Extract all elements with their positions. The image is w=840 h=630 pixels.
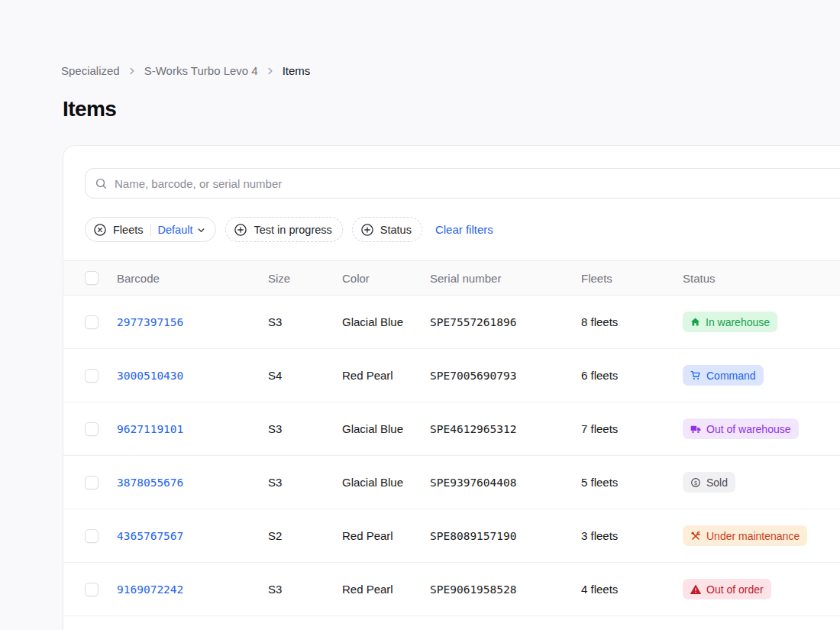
column-header-color: Color — [342, 272, 430, 285]
breadcrumb: Specialized S-Works Turbo Levo 4 Items — [61, 64, 840, 78]
table-row: 3878055676 S3 Glacial Blue SPE9397604408… — [63, 456, 840, 509]
status-badge: Out of order — [683, 579, 771, 599]
status-badge: Command — [683, 365, 764, 386]
search-icon — [95, 177, 108, 190]
color-cell: Red Pearl — [342, 583, 430, 596]
column-header-barcode: Barcode — [117, 272, 268, 285]
row-checkbox[interactable] — [85, 422, 99, 436]
color-cell: Red Pearl — [342, 529, 430, 542]
fleets-cell: 4 fleets — [581, 583, 683, 596]
table-header-row: Barcode Size Color Serial number Fleets … — [63, 261, 840, 296]
filter-chip-test-in-progress[interactable]: Test in progress — [225, 217, 342, 242]
circle-plus-icon — [360, 223, 374, 237]
chevron-down-icon — [197, 226, 205, 234]
page-title: Items — [63, 96, 840, 122]
column-header-size: Size — [268, 272, 342, 285]
table-row: 9169072242 S3 Red Pearl SPE9061958528 4 … — [63, 563, 840, 616]
filter-row: Fleets Default Test in progress Status C… — [85, 217, 840, 242]
barcode-link[interactable]: 9627119101 — [117, 423, 268, 435]
serial-cell: SPE9061958528 — [430, 583, 581, 596]
svg-text:$: $ — [694, 479, 698, 486]
row-checkbox[interactable] — [85, 369, 99, 383]
breadcrumb-item-model[interactable]: S-Works Turbo Levo 4 — [144, 64, 258, 78]
size-cell: S3 — [268, 476, 342, 489]
barcode-link[interactable]: 3000510430 — [117, 370, 268, 382]
color-cell: Glacial Blue — [342, 315, 430, 328]
fleets-cell: 3 fleets — [581, 529, 683, 542]
table-row: 9627119101 S3 Glacial Blue SPE4612965312… — [63, 402, 840, 456]
column-header-serial: Serial number — [430, 272, 581, 285]
filter-chip-status[interactable]: Status — [352, 217, 422, 242]
tools-icon — [690, 531, 701, 541]
color-cell: Red Pearl — [342, 369, 430, 382]
truck-icon — [690, 424, 701, 435]
chip-divider — [150, 224, 151, 236]
table-row: 4365767567 S2 Red Pearl SPE8089157190 3 … — [63, 509, 840, 563]
fleets-cell: 7 fleets — [581, 422, 683, 435]
fleets-cell: 5 fleets — [581, 476, 683, 489]
circle-plus-icon — [234, 223, 247, 237]
color-cell: Glacial Blue — [342, 422, 430, 435]
size-cell: S2 — [268, 529, 342, 542]
status-badge: Under maintenance — [683, 525, 807, 546]
column-header-fleets: Fleets — [581, 272, 683, 285]
breadcrumb-item-brand[interactable]: Specialized — [61, 64, 120, 78]
cart-icon — [690, 370, 701, 381]
table-row: 2977397156 S3 Glacial Blue SPE7557261896… — [63, 296, 840, 349]
row-checkbox[interactable] — [85, 315, 99, 329]
select-all-checkbox[interactable] — [85, 271, 99, 285]
filter-chip-label: Status — [380, 224, 412, 236]
serial-cell: SPE7005690793 — [430, 370, 581, 382]
barcode-link[interactable]: 2977397156 — [117, 316, 268, 328]
filter-chip-label: Test in progress — [254, 224, 331, 236]
size-cell: S3 — [268, 583, 342, 596]
warning-icon — [690, 584, 701, 595]
items-card: Fleets Default Test in progress Status C… — [63, 145, 840, 630]
barcode-link[interactable]: 9169072242 — [117, 583, 268, 596]
row-checkbox[interactable] — [85, 529, 99, 543]
row-checkbox[interactable] — [85, 583, 99, 596]
fleets-cell: 6 fleets — [581, 369, 683, 382]
status-badge: In warehouse — [683, 312, 777, 332]
column-header-status: Status — [683, 272, 840, 285]
size-cell: S3 — [268, 315, 342, 328]
filter-chip-value[interactable]: Default — [158, 224, 206, 236]
status-badge: $ Sold — [683, 472, 735, 493]
barcode-link[interactable]: 4365767567 — [117, 530, 268, 542]
filter-chip-fleets[interactable]: Fleets Default — [85, 217, 216, 242]
serial-cell: SPE4612965312 — [430, 423, 581, 435]
size-cell: S4 — [268, 369, 342, 382]
clear-filters-link[interactable]: Clear filters — [435, 223, 493, 236]
circle-x-icon[interactable] — [93, 223, 107, 237]
serial-cell: SPE9397604408 — [430, 477, 581, 489]
table-row: 3000510430 S4 Red Pearl SPE7005690793 6 … — [63, 349, 840, 402]
dollar-circle-icon: $ — [690, 477, 701, 488]
house-icon — [690, 317, 700, 327]
chevron-right-icon — [266, 66, 275, 76]
serial-cell: SPE8089157190 — [430, 530, 581, 542]
status-badge: Out of warehouse — [683, 418, 799, 439]
color-cell: Glacial Blue — [342, 476, 430, 489]
fleets-cell: 8 fleets — [581, 315, 683, 328]
breadcrumb-item-items: Items — [283, 64, 311, 78]
chevron-right-icon — [128, 66, 137, 76]
row-checkbox[interactable] — [85, 476, 99, 489]
filter-chip-label: Fleets — [113, 224, 144, 236]
search-input[interactable] — [115, 177, 840, 190]
items-table: Barcode Size Color Serial number Fleets … — [63, 260, 840, 616]
search-box[interactable] — [85, 168, 840, 199]
barcode-link[interactable]: 3878055676 — [117, 477, 268, 489]
serial-cell: SPE7557261896 — [430, 316, 581, 328]
size-cell: S3 — [268, 422, 342, 435]
